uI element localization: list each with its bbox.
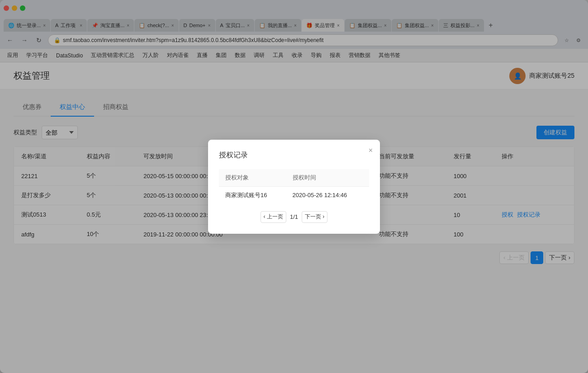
modal-table: 授权对象授权时间 商家测试账号162020-05-26 12:14:46 xyxy=(219,169,369,204)
modal-page-info: 1/1 xyxy=(290,213,298,220)
modal-table-row: 商家测试账号162020-05-26 12:14:46 xyxy=(219,186,369,204)
modal-footer: ‹ 上一页 1/1 下一页 › xyxy=(219,211,369,223)
modal-column-header: 授权对象 xyxy=(219,169,286,187)
modal-time-cell: 2020-05-26 12:14:46 xyxy=(286,186,369,204)
auth-records-modal: 授权记录 × 授权对象授权时间 商家测试账号162020-05-26 12:14… xyxy=(208,140,380,234)
modal-overlay[interactable]: 授权记录 × 授权对象授权时间 商家测试账号162020-05-26 12:14… xyxy=(0,0,588,373)
modal-close-button[interactable]: × xyxy=(369,147,373,154)
modal-column-header: 授权时间 xyxy=(286,169,369,187)
modal-target-cell: 商家测试账号16 xyxy=(219,186,286,204)
modal-title: 授权记录 xyxy=(219,151,369,160)
modal-next-button[interactable]: 下一页 › xyxy=(302,211,327,223)
modal-prev-button[interactable]: ‹ 上一页 xyxy=(261,211,286,223)
